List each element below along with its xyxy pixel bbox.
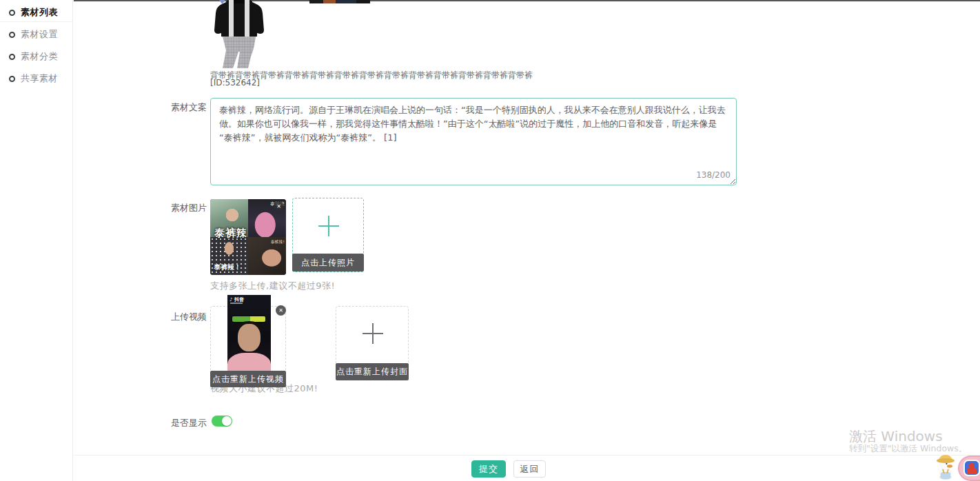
sidebar-item-label: 素材分类 [21,50,58,63]
collage-caption-small: 泰裤辣! [271,239,285,245]
plus-icon [363,323,383,344]
video-person-shirt [227,353,271,372]
material-edit-page: 素材列表 素材设置 素材分类 共享素材 [0,0,980,481]
upload-photo-button[interactable]: 点击上传照片 [292,254,364,272]
copy-textarea[interactable]: 泰裤辣，网络流行词。源自于王琳凯在演唱会上说的一句话：“我是一个特别固执的人，我… [210,98,737,185]
tiktok-watermark-handle [230,303,243,304]
sidebar-item-label: 素材设置 [21,28,58,41]
field-label-images: 素材图片 [69,202,207,214]
collage-cell: 泰裤辣！ [210,237,248,275]
circle-icon [9,10,15,16]
cutoff-image-fragment [309,0,370,3]
images-helper-text: 支持多张上传,建议不超过9张! [210,280,335,292]
remove-photo-icon[interactable]: ✕ [274,201,284,212]
field-label-copy: 素材文案 [69,101,207,114]
sidebar-item-material-list[interactable]: 素材列表 [0,3,73,21]
circle-icon [9,54,15,60]
circle-icon [9,76,15,82]
circle-icon [9,32,15,38]
sidebar: 素材列表 素材设置 素材分类 共享素材 [0,0,73,481]
back-button[interactable]: 返回 [513,460,546,478]
sidebar-item-material-settings[interactable]: 素材设置 [0,25,73,43]
field-label-video: 上传视频 [69,311,207,323]
sidebar-item-label: 素材列表 [21,6,58,19]
video-person-face [238,324,261,351]
collage-caption-main: 泰裤辣 [214,227,247,240]
plus-icon [318,216,339,236]
footer-divider [74,455,980,456]
visible-toggle[interactable] [212,416,232,427]
collage-caption-small: 泰裤辣！ [214,263,241,272]
ime-user-icon [963,460,980,476]
collage-cell: 泰裤辣! [248,237,286,275]
uploaded-video-thumbnail[interactable]: ♪ 抖音 [227,295,271,372]
remove-video-icon[interactable]: ✕ [276,305,286,316]
sidebar-item-material-category[interactable]: 素材分类 [0,48,73,65]
sidebar-item-shared-material[interactable]: 共享素材 [0,70,73,88]
material-name: 背带裤背带裤背带裤背带裤背带裤背带裤背带裤背带裤背带裤背带裤背带裤背带裤背带裤 [210,70,596,81]
desktop-pet-duck [932,453,963,481]
reupload-cover-button[interactable]: 点击重新上传封面 [336,363,409,380]
field-label-visible: 是否显示 [69,417,207,429]
submit-button[interactable]: 提交 [471,460,506,478]
sidebar-item-label: 共享素材 [21,72,58,85]
divider [0,21,73,22]
uploaded-photo-thumbnail[interactable]: 泰裤辣 泰裤辣！ 泰裤辣! 泰裤辣 [210,199,286,275]
reupload-video-button[interactable]: 点击重新上传视频 [210,371,286,387]
material-preview-image [209,0,269,70]
material-id: [ID:532642] [210,78,260,88]
